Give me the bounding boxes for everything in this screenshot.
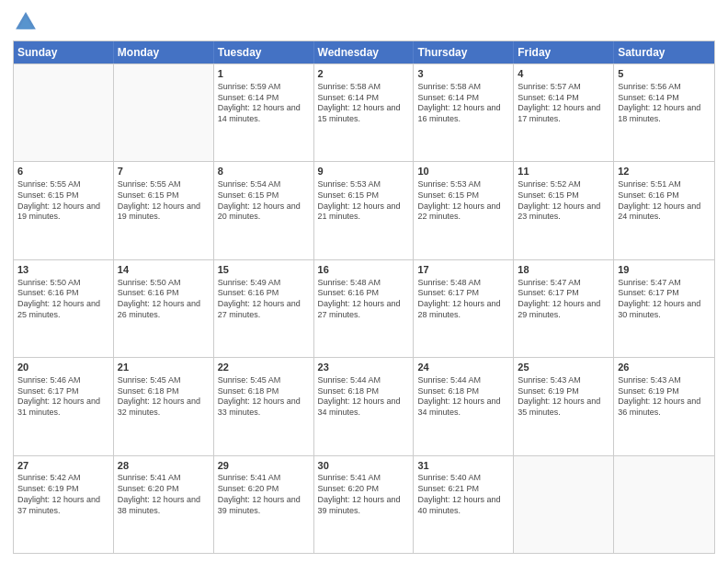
- calendar-cell: 30Sunrise: 5:41 AM Sunset: 6:20 PM Dayli…: [314, 456, 415, 553]
- day-info: Sunrise: 5:44 AM Sunset: 6:18 PM Dayligh…: [417, 375, 509, 419]
- calendar-header-thursday: Thursday: [414, 41, 514, 63]
- day-number: 2: [318, 67, 410, 81]
- day-info: Sunrise: 5:51 AM Sunset: 6:16 PM Dayligh…: [618, 179, 711, 223]
- day-number: 19: [618, 263, 711, 277]
- day-number: 23: [318, 361, 410, 374]
- day-info: Sunrise: 5:48 AM Sunset: 6:16 PM Dayligh…: [318, 278, 410, 321]
- day-info: Sunrise: 5:42 AM Sunset: 6:19 PM Dayligh…: [17, 473, 109, 516]
- calendar-week-2: 6Sunrise: 5:55 AM Sunset: 6:15 PM Daylig…: [14, 161, 714, 259]
- calendar-cell: 9Sunrise: 5:53 AM Sunset: 6:15 PM Daylig…: [314, 162, 415, 259]
- logo: [13, 9, 42, 35]
- day-number: 13: [17, 263, 109, 277]
- day-number: 4: [518, 67, 609, 81]
- day-info: Sunrise: 5:43 AM Sunset: 6:19 PM Dayligh…: [618, 375, 711, 419]
- calendar-cell: [614, 456, 714, 553]
- day-info: Sunrise: 5:53 AM Sunset: 6:15 PM Dayligh…: [417, 179, 509, 223]
- calendar-cell: 16Sunrise: 5:48 AM Sunset: 6:16 PM Dayli…: [314, 260, 415, 357]
- calendar-cell: 11Sunrise: 5:52 AM Sunset: 6:15 PM Dayli…: [514, 162, 614, 259]
- day-info: Sunrise: 5:48 AM Sunset: 6:17 PM Dayligh…: [417, 278, 509, 321]
- day-number: 5: [618, 67, 711, 81]
- day-number: 10: [417, 165, 509, 178]
- day-number: 20: [17, 361, 109, 374]
- calendar-header-row: SundayMondayTuesdayWednesdayThursdayFrid…: [14, 41, 714, 63]
- day-number: 28: [118, 459, 210, 473]
- calendar-header-wednesday: Wednesday: [314, 41, 415, 63]
- calendar-cell: 20Sunrise: 5:46 AM Sunset: 6:17 PM Dayli…: [14, 358, 114, 454]
- calendar-cell: 1Sunrise: 5:59 AM Sunset: 6:14 PM Daylig…: [214, 64, 314, 161]
- day-info: Sunrise: 5:45 AM Sunset: 6:18 PM Dayligh…: [118, 375, 210, 419]
- calendar-week-4: 20Sunrise: 5:46 AM Sunset: 6:17 PM Dayli…: [14, 357, 714, 454]
- day-info: Sunrise: 5:53 AM Sunset: 6:15 PM Dayligh…: [318, 179, 410, 223]
- day-number: 16: [318, 263, 410, 277]
- calendar-cell: 7Sunrise: 5:55 AM Sunset: 6:15 PM Daylig…: [114, 162, 214, 259]
- day-info: Sunrise: 5:58 AM Sunset: 6:14 PM Dayligh…: [417, 82, 509, 125]
- calendar-cell: 4Sunrise: 5:57 AM Sunset: 6:14 PM Daylig…: [514, 64, 614, 161]
- calendar-header-tuesday: Tuesday: [214, 41, 314, 63]
- day-info: Sunrise: 5:44 AM Sunset: 6:18 PM Dayligh…: [318, 375, 410, 419]
- calendar-cell: 25Sunrise: 5:43 AM Sunset: 6:19 PM Dayli…: [514, 358, 614, 454]
- calendar-cell: 23Sunrise: 5:44 AM Sunset: 6:18 PM Dayli…: [314, 358, 415, 454]
- day-info: Sunrise: 5:56 AM Sunset: 6:14 PM Dayligh…: [618, 82, 711, 125]
- calendar-cell: 10Sunrise: 5:53 AM Sunset: 6:15 PM Dayli…: [414, 162, 514, 259]
- calendar-body: 1Sunrise: 5:59 AM Sunset: 6:14 PM Daylig…: [14, 63, 714, 553]
- day-info: Sunrise: 5:41 AM Sunset: 6:20 PM Dayligh…: [118, 473, 210, 516]
- day-number: 17: [417, 263, 509, 277]
- calendar-cell: 17Sunrise: 5:48 AM Sunset: 6:17 PM Dayli…: [414, 260, 514, 357]
- calendar-header-saturday: Saturday: [614, 41, 714, 63]
- calendar-cell: 8Sunrise: 5:54 AM Sunset: 6:15 PM Daylig…: [214, 162, 314, 259]
- calendar-week-5: 27Sunrise: 5:42 AM Sunset: 6:19 PM Dayli…: [14, 455, 714, 553]
- calendar-cell: 3Sunrise: 5:58 AM Sunset: 6:14 PM Daylig…: [414, 64, 514, 161]
- day-number: 14: [118, 263, 210, 277]
- calendar-cell: 29Sunrise: 5:41 AM Sunset: 6:20 PM Dayli…: [214, 456, 314, 553]
- day-number: 9: [318, 165, 410, 178]
- day-number: 8: [218, 165, 310, 178]
- calendar-cell: 24Sunrise: 5:44 AM Sunset: 6:18 PM Dayli…: [414, 358, 514, 454]
- day-info: Sunrise: 5:45 AM Sunset: 6:18 PM Dayligh…: [218, 375, 310, 419]
- day-number: 26: [618, 361, 711, 374]
- calendar: SundayMondayTuesdayWednesdayThursdayFrid…: [13, 40, 715, 554]
- day-info: Sunrise: 5:59 AM Sunset: 6:14 PM Dayligh…: [218, 82, 310, 125]
- day-number: 11: [518, 165, 609, 178]
- calendar-cell: 26Sunrise: 5:43 AM Sunset: 6:19 PM Dayli…: [614, 358, 714, 454]
- calendar-cell: 2Sunrise: 5:58 AM Sunset: 6:14 PM Daylig…: [314, 64, 415, 161]
- day-number: 29: [218, 459, 310, 473]
- calendar-header-sunday: Sunday: [14, 41, 114, 63]
- day-number: 31: [417, 459, 509, 473]
- calendar-header-friday: Friday: [514, 41, 614, 63]
- calendar-cell: 21Sunrise: 5:45 AM Sunset: 6:18 PM Dayli…: [114, 358, 214, 454]
- day-number: 6: [17, 165, 109, 178]
- day-number: 12: [618, 165, 711, 178]
- calendar-cell: [14, 64, 114, 161]
- calendar-cell: [514, 456, 614, 553]
- day-number: 1: [218, 67, 310, 81]
- day-number: 22: [218, 361, 310, 374]
- calendar-cell: 5Sunrise: 5:56 AM Sunset: 6:14 PM Daylig…: [614, 64, 714, 161]
- day-number: 7: [118, 165, 210, 178]
- day-info: Sunrise: 5:43 AM Sunset: 6:19 PM Dayligh…: [518, 375, 609, 419]
- calendar-cell: 13Sunrise: 5:50 AM Sunset: 6:16 PM Dayli…: [14, 260, 114, 357]
- day-info: Sunrise: 5:47 AM Sunset: 6:17 PM Dayligh…: [518, 278, 609, 321]
- day-info: Sunrise: 5:57 AM Sunset: 6:14 PM Dayligh…: [518, 82, 609, 125]
- day-number: 24: [417, 361, 509, 374]
- day-info: Sunrise: 5:40 AM Sunset: 6:21 PM Dayligh…: [417, 473, 509, 516]
- day-number: 3: [417, 67, 509, 81]
- calendar-cell: [114, 64, 214, 161]
- day-number: 21: [118, 361, 210, 374]
- calendar-cell: 19Sunrise: 5:47 AM Sunset: 6:17 PM Dayli…: [614, 260, 714, 357]
- calendar-cell: 18Sunrise: 5:47 AM Sunset: 6:17 PM Dayli…: [514, 260, 614, 357]
- calendar-cell: 27Sunrise: 5:42 AM Sunset: 6:19 PM Dayli…: [14, 456, 114, 553]
- calendar-week-1: 1Sunrise: 5:59 AM Sunset: 6:14 PM Daylig…: [14, 63, 714, 161]
- calendar-cell: 28Sunrise: 5:41 AM Sunset: 6:20 PM Dayli…: [114, 456, 214, 553]
- day-info: Sunrise: 5:52 AM Sunset: 6:15 PM Dayligh…: [518, 179, 609, 223]
- calendar-cell: 22Sunrise: 5:45 AM Sunset: 6:18 PM Dayli…: [214, 358, 314, 454]
- calendar-header-monday: Monday: [114, 41, 214, 63]
- calendar-cell: 15Sunrise: 5:49 AM Sunset: 6:16 PM Dayli…: [214, 260, 314, 357]
- day-info: Sunrise: 5:46 AM Sunset: 6:17 PM Dayligh…: [17, 375, 109, 419]
- day-number: 25: [518, 361, 609, 374]
- page-header: [13, 9, 715, 35]
- day-info: Sunrise: 5:55 AM Sunset: 6:15 PM Dayligh…: [17, 179, 109, 223]
- day-info: Sunrise: 5:47 AM Sunset: 6:17 PM Dayligh…: [618, 278, 711, 321]
- day-info: Sunrise: 5:50 AM Sunset: 6:16 PM Dayligh…: [118, 278, 210, 321]
- calendar-cell: 12Sunrise: 5:51 AM Sunset: 6:16 PM Dayli…: [614, 162, 714, 259]
- calendar-cell: 6Sunrise: 5:55 AM Sunset: 6:15 PM Daylig…: [14, 162, 114, 259]
